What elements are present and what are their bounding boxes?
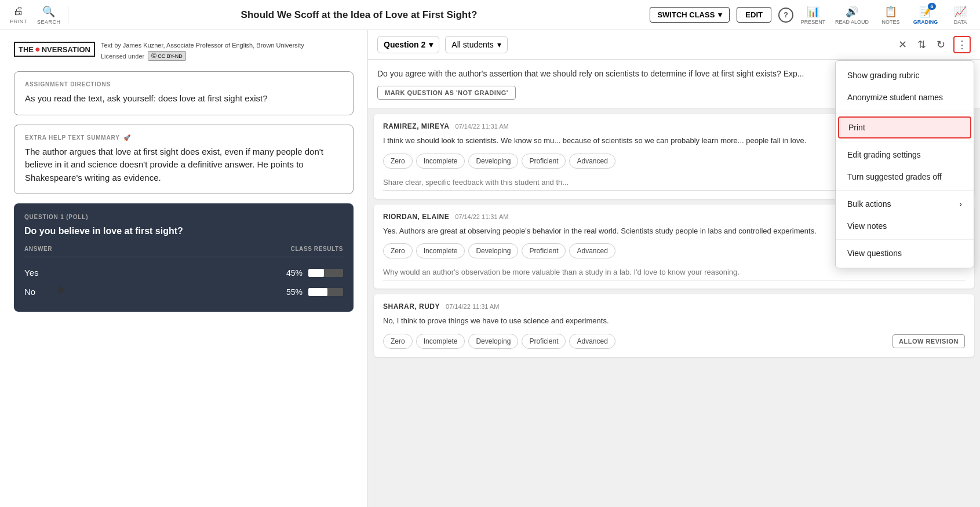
poll-bar-bg-0: [308, 269, 343, 277]
dropdown-item-1[interactable]: Anonymize student names: [836, 86, 974, 108]
poll-bar-fill-1: [308, 288, 327, 296]
dropdown-item-3[interactable]: Edit grading settings: [836, 144, 974, 166]
license-label: Licensed under: [101, 53, 144, 60]
poll-results-header: CLASS RESULTS: [291, 246, 343, 252]
main-layout: THE ●NVERSATION Text by James Kuzner, As…: [0, 30, 980, 507]
present-icon: 📊: [807, 5, 819, 18]
print-nav-item[interactable]: 🖨 PRINT: [7, 5, 30, 24]
dropdown-item-4[interactable]: Turn suggested grades off: [836, 166, 974, 188]
dropdown-item-label: Print: [848, 123, 865, 132]
nav-divider: [68, 6, 68, 24]
top-navigation: 🖨 PRINT 🔍 SEARCH Should We Scoff at the …: [0, 0, 980, 30]
print-icon: 🖨: [13, 5, 24, 17]
students-select[interactable]: All students ▾: [445, 36, 507, 53]
notes-nav-item[interactable]: 📋 NOTES: [878, 5, 904, 25]
response-time: 07/14/22 11:31 AM: [455, 213, 508, 220]
dropdown-item-2[interactable]: Print: [838, 116, 971, 138]
data-icon: 📈: [954, 5, 967, 18]
edit-button[interactable]: EDIT: [737, 7, 771, 23]
grading-nav-item[interactable]: 📝 6 GRADING: [913, 5, 938, 25]
grade-buttons: ZeroIncompleteDevelopingProficientAdvanc…: [383, 334, 965, 349]
poll-row: Yes 45%: [24, 263, 343, 282]
grade-btn-advanced[interactable]: Advanced: [569, 334, 615, 349]
license-badge: Ⓒ CC BY-ND: [148, 51, 186, 61]
poll-answer-1: No: [24, 287, 35, 297]
extra-help-box: EXTRA HELP TEXT SUMMARY 🚀 The author arg…: [14, 125, 354, 195]
article-source: THE ●NVERSATION Text by James Kuzner, As…: [14, 42, 354, 61]
grade-btn-zero[interactable]: Zero: [383, 334, 413, 349]
dropdown-item-0[interactable]: Show grading rubric: [836, 64, 974, 86]
grade-btn-incomplete[interactable]: Incomplete: [416, 243, 465, 258]
students-select-label: All students: [451, 40, 493, 49]
search-nav-item[interactable]: 🔍 SEARCH: [37, 5, 61, 25]
refresh-button[interactable]: ↻: [934, 36, 948, 53]
data-nav-item[interactable]: 📈 DATA: [948, 5, 973, 25]
grade-btn-proficient[interactable]: Proficient: [522, 154, 566, 169]
dropdown-item-label: Bulk actions: [847, 199, 891, 209]
switch-class-button[interactable]: SWITCH CLASS ▾: [650, 7, 730, 23]
assignment-directions-box: ASSIGNMENT DIRECTIONS As you read the te…: [14, 71, 354, 115]
extra-help-text: The author argues that love at first sig…: [25, 145, 343, 185]
present-nav-item[interactable]: 📊 PRESENT: [800, 5, 826, 25]
dropdown-item-6[interactable]: View notes: [836, 215, 974, 237]
chevron-down-icon: ▾: [718, 10, 722, 19]
grade-btn-proficient[interactable]: Proficient: [522, 334, 566, 349]
student-name: RIORDAN, ELAINE: [383, 213, 449, 221]
dropdown-divider: [836, 141, 974, 141]
license-row: Licensed under Ⓒ CC BY-ND: [101, 51, 304, 61]
poll-answer-header: ANSWER: [24, 246, 52, 252]
more-options-button[interactable]: ⋮: [953, 36, 971, 53]
poll-bar-fill-0: [308, 269, 324, 277]
student-name: SHARAR, RUDY: [383, 302, 440, 311]
left-panel: THE ●NVERSATION Text by James Kuzner, As…: [0, 30, 368, 507]
close-button[interactable]: ✕: [896, 36, 909, 53]
grade-btn-advanced[interactable]: Advanced: [569, 154, 615, 169]
dropdown-item-label: Show grading rubric: [847, 71, 920, 80]
notes-icon: 📋: [884, 5, 897, 18]
grading-badge: 6: [928, 3, 936, 10]
dropdown-item-5[interactable]: Bulk actions›: [836, 193, 974, 215]
question-select-label: Question 2: [384, 40, 425, 49]
grade-btn-developing[interactable]: Developing: [468, 334, 518, 349]
chevron-down-icon: ▾: [497, 40, 501, 49]
grade-btn-incomplete[interactable]: Incomplete: [416, 154, 465, 169]
grade-btn-proficient[interactable]: Proficient: [522, 243, 566, 258]
grade-btn-zero[interactable]: Zero: [383, 154, 413, 169]
right-panel: Question 2 ▾ All students ▾ ✕ ⇅ ↻ ⋮ Do y…: [368, 30, 980, 507]
dropdown-divider: [836, 239, 974, 240]
response-time: 07/14/22 11:31 AM: [446, 303, 499, 310]
poll-result-1: 55%: [282, 287, 343, 297]
grade-btn-advanced[interactable]: Advanced: [569, 243, 615, 258]
source-text: Text by James Kuzner, Associate Professo…: [101, 42, 304, 49]
read-aloud-nav-item[interactable]: 🔊 READ ALOUD: [835, 5, 869, 25]
question-select[interactable]: Question 2 ▾: [377, 36, 439, 53]
mark-not-grading-button[interactable]: MARK QUESTION AS 'NOT GRADING': [377, 86, 516, 100]
assignment-label: ASSIGNMENT DIRECTIONS: [25, 81, 343, 87]
poll-row: No 55%: [24, 282, 343, 301]
grading-actions: ✕ ⇅ ↻ ⋮: [896, 36, 971, 53]
chevron-down-icon: ▾: [429, 40, 433, 49]
response-text: No, I think to prove things we have to u…: [383, 315, 965, 327]
rocket-icon: 🚀: [123, 134, 131, 141]
assignment-text: As you read the text, ask yourself: does…: [25, 92, 343, 105]
cc-icon: Ⓒ: [151, 52, 156, 60]
grade-btn-developing[interactable]: Developing: [468, 154, 518, 169]
allow-revision-button[interactable]: ALLOW REVISION: [892, 334, 965, 348]
poll-pct-1: 55%: [282, 287, 303, 297]
dropdown-divider: [836, 190, 974, 191]
poll-answer-0: Yes: [24, 268, 38, 278]
poll-label: QUESTION 1 (POLL): [24, 214, 343, 220]
dropdown-item-7[interactable]: View questions: [836, 242, 974, 264]
help-button[interactable]: ?: [778, 8, 793, 23]
dropdown-divider: [836, 114, 974, 114]
dropdown-item-label: Turn suggested grades off: [847, 172, 942, 181]
switch-class-label: SWITCH CLASS: [657, 10, 715, 19]
grade-btn-developing[interactable]: Developing: [468, 243, 518, 258]
sort-button[interactable]: ⇅: [915, 36, 928, 53]
poll-table-header: ANSWER CLASS RESULTS: [24, 246, 343, 257]
dropdown-item-label: View questions: [847, 249, 902, 258]
dropdown-menu: Show grading rubricAnonymize student nam…: [835, 60, 974, 268]
grade-btn-incomplete[interactable]: Incomplete: [416, 334, 465, 349]
grade-btn-zero[interactable]: Zero: [383, 243, 413, 258]
response-time: 07/14/22 11:31 AM: [455, 123, 508, 130]
